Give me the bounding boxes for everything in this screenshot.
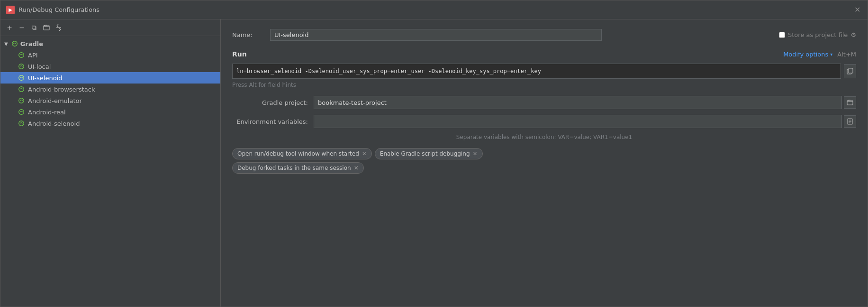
tag-close-button[interactable]: ✕ xyxy=(362,151,367,157)
gradle-icon xyxy=(18,85,25,93)
gradle-project-input[interactable] xyxy=(314,96,842,109)
sidebar-item-android-browserstack[interactable]: Android-browserstack xyxy=(0,84,220,95)
gradle-project-row: Gradle project: xyxy=(232,96,856,109)
env-vars-row: Environment variables: xyxy=(232,115,856,128)
gradle-group-header[interactable]: ▼ Gradle xyxy=(0,38,220,49)
gradle-icon xyxy=(18,63,25,70)
svg-point-5 xyxy=(19,75,24,81)
window-title: Run/Debug Configurations xyxy=(18,6,854,13)
add-button[interactable]: + xyxy=(4,22,15,33)
tag-debug-forked: Debug forked tasks in the same session ✕ xyxy=(232,162,364,174)
item-label: Android-real xyxy=(28,109,66,116)
svg-point-4 xyxy=(19,64,24,69)
sidebar-item-android-selenoid[interactable]: Android-selenoid xyxy=(0,118,220,129)
sort-button[interactable] xyxy=(54,22,64,33)
gradle-group: ▼ Gradle xyxy=(0,38,220,129)
gradle-icon xyxy=(11,40,18,47)
tag-close-button[interactable]: ✕ xyxy=(354,165,359,171)
env-vars-browse-button[interactable] xyxy=(844,115,856,128)
svg-point-7 xyxy=(19,98,24,103)
item-label: UI-selenoid xyxy=(28,74,62,82)
svg-rect-11 xyxy=(849,68,853,73)
folder-button[interactable] xyxy=(41,22,52,33)
item-label: Android-emulator xyxy=(28,97,82,104)
svg-point-2 xyxy=(12,41,17,47)
item-label: Android-browserstack xyxy=(28,86,95,93)
sidebar: + − ⧉ xyxy=(0,19,221,307)
tags-row-2: Debug forked tasks in the same session ✕ xyxy=(232,162,856,174)
gradle-project-input-wrapper xyxy=(314,96,856,109)
content-area: + − ⧉ xyxy=(0,19,868,307)
gear-icon[interactable]: ⚙ xyxy=(850,31,856,38)
svg-point-8 xyxy=(19,110,24,115)
item-label: Android-selenoid xyxy=(28,120,80,127)
expand-arrow: ▼ xyxy=(4,41,8,47)
svg-point-6 xyxy=(19,87,24,92)
svg-rect-12 xyxy=(847,101,853,105)
tag-label: Open run/debug tool window when started xyxy=(237,150,359,157)
gradle-project-label: Gradle project: xyxy=(232,99,308,106)
store-project-section: Store as project file ⚙ xyxy=(779,31,856,38)
modify-options-button[interactable]: Modify options ▾ Alt+M xyxy=(783,51,856,58)
copy-config-button[interactable]: ⧉ xyxy=(29,22,39,33)
gradle-icon xyxy=(18,51,25,59)
remove-button[interactable]: − xyxy=(17,22,27,33)
store-project-checkbox[interactable] xyxy=(779,32,785,38)
tag-close-button[interactable]: ✕ xyxy=(473,151,478,157)
env-vars-label: Environment variables: xyxy=(232,118,308,125)
svg-rect-0 xyxy=(44,26,49,30)
name-label: Name: xyxy=(232,31,270,38)
run-section-header: Run Modify options ▾ Alt+M xyxy=(232,50,856,58)
store-project-label[interactable]: Store as project file xyxy=(788,31,848,38)
svg-point-9 xyxy=(19,121,24,126)
sidebar-item-android-real[interactable]: Android-real xyxy=(0,106,220,118)
gradle-icon xyxy=(18,120,25,127)
item-label: UI-local xyxy=(28,63,51,70)
sidebar-item-api[interactable]: API xyxy=(0,49,220,61)
run-section-title: Run xyxy=(232,50,247,58)
gradle-icon xyxy=(18,97,25,104)
sidebar-item-ui-selenoid[interactable]: UI-selenoid xyxy=(0,72,220,84)
chevron-down-icon: ▾ xyxy=(830,52,832,57)
sidebar-toolbar: + − ⧉ xyxy=(0,19,220,36)
tags-row: Open run/debug tool window when started … xyxy=(232,148,856,159)
gradle-project-browse-button[interactable] xyxy=(844,96,856,109)
main-panel: Name: Store as project file ⚙ Run Modify… xyxy=(221,19,868,307)
sidebar-tree: ▼ Gradle xyxy=(0,36,220,307)
close-button[interactable]: ✕ xyxy=(854,6,862,14)
item-label: API xyxy=(28,52,38,59)
env-vars-input-wrapper xyxy=(314,115,856,128)
press-alt-hint: Press Alt for field hints xyxy=(232,82,856,88)
tag-enable-gradle-script: Enable Gradle script debugging ✕ xyxy=(375,148,483,159)
app-icon: ▶ xyxy=(6,6,15,14)
copy-run-button[interactable] xyxy=(844,64,856,78)
env-vars-input[interactable] xyxy=(314,115,842,128)
title-bar: ▶ Run/Debug Configurations ✕ xyxy=(0,0,868,19)
gradle-icon xyxy=(18,74,25,82)
run-command-input[interactable] xyxy=(232,64,841,79)
svg-point-3 xyxy=(19,53,24,58)
tag-open-run-debug: Open run/debug tool window when started … xyxy=(232,148,372,159)
gradle-icon xyxy=(18,108,25,116)
gradle-label: Gradle xyxy=(20,40,43,47)
name-row: Name: Store as project file ⚙ xyxy=(232,29,856,41)
modify-options-shortcut: Alt+M xyxy=(837,51,856,58)
sidebar-item-android-emulator[interactable]: Android-emulator xyxy=(0,95,220,106)
separator-hint: Separate variables with semicolon: VAR=v… xyxy=(232,134,856,140)
modify-options-label: Modify options xyxy=(783,51,828,58)
sidebar-item-ui-local[interactable]: UI-local xyxy=(0,61,220,72)
run-debug-window: ▶ Run/Debug Configurations ✕ + − ⧉ xyxy=(0,0,868,307)
tag-label: Debug forked tasks in the same session xyxy=(237,165,351,171)
run-command-row xyxy=(232,64,856,79)
tag-label: Enable Gradle script debugging xyxy=(380,150,470,157)
name-input[interactable] xyxy=(270,29,602,41)
